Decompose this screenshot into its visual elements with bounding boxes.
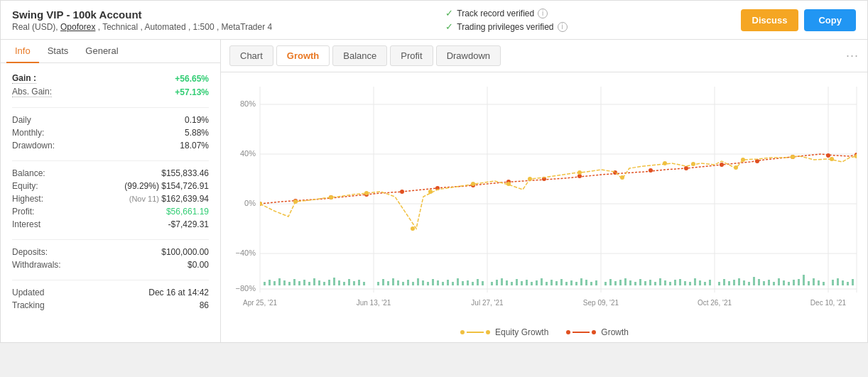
svg-rect-50: [402, 282, 404, 285]
more-options-button[interactable]: ···: [846, 48, 859, 63]
equity-line: [260, 156, 857, 229]
gain-group: Gain : +56.65% Abs. Gain: +57.13%: [12, 72, 209, 99]
growth-dot: [566, 330, 570, 334]
svg-rect-90: [609, 279, 612, 285]
chart-tab-profit[interactable]: Profit: [390, 45, 433, 66]
svg-point-154: [826, 153, 830, 158]
highest-row: Highest: (Nov 11) $162,639.94: [12, 192, 209, 205]
svg-rect-75: [531, 282, 533, 285]
svg-rect-36: [323, 282, 325, 285]
legend-growth-label: Growth: [601, 327, 629, 337]
svg-rect-74: [526, 280, 528, 285]
svg-point-164: [528, 177, 532, 181]
svg-text:Dec 10, '21: Dec 10, '21: [810, 299, 847, 307]
copy-button[interactable]: Copy: [804, 9, 856, 31]
svg-rect-132: [823, 282, 825, 285]
meta-group: Updated Dec 16 at 14:42 Tracking 86: [12, 286, 209, 312]
svg-text:−80%: −80%: [236, 284, 256, 293]
tab-general[interactable]: General: [77, 40, 126, 63]
profit-label: Profit:: [12, 207, 34, 217]
growth-line-sample: [573, 332, 590, 333]
chart-tab-growth[interactable]: Growth: [276, 45, 330, 66]
svg-rect-81: [560, 279, 563, 285]
growth-line: [260, 154, 857, 204]
svg-rect-118: [753, 277, 755, 285]
profit-value: $56,661.19: [166, 207, 209, 217]
svg-rect-80: [555, 281, 558, 285]
broker-link[interactable]: Opoforex: [60, 22, 95, 32]
gain-label: Gain :: [12, 73, 36, 84]
tab-stats[interactable]: Stats: [39, 40, 77, 63]
svg-rect-95: [634, 282, 636, 285]
svg-rect-72: [516, 279, 518, 285]
svg-point-170: [741, 158, 745, 162]
svg-rect-62: [462, 281, 464, 285]
deposits-row: Deposits: $100,000.00: [12, 246, 209, 258]
chart-tab-balance[interactable]: Balance: [332, 45, 387, 66]
withdrawals-value: $0.00: [188, 260, 209, 270]
svg-rect-124: [783, 280, 785, 285]
svg-rect-121: [768, 280, 770, 285]
svg-rect-57: [437, 280, 439, 285]
svg-rect-112: [723, 279, 725, 285]
abs-gain-row: Abs. Gain: +57.13%: [12, 85, 209, 99]
svg-text:−40%: −40%: [236, 248, 256, 257]
stats-panel: Gain : +56.65% Abs. Gain: +57.13% Daily …: [1, 63, 220, 329]
svg-rect-73: [521, 281, 523, 285]
updated-value: Dec 16 at 14:42: [148, 288, 209, 297]
svg-rect-101: [664, 280, 666, 285]
legend-growth: Growth: [565, 327, 629, 337]
svg-point-158: [329, 195, 333, 200]
deposits-group: Deposits: $100,000.00 Withdrawals: $0.00: [12, 246, 209, 271]
account-subtitle: Real (USD), Opoforex , Technical , Autom…: [12, 22, 272, 32]
svg-rect-123: [778, 278, 780, 285]
chart-tab-chart[interactable]: Chart: [229, 45, 273, 66]
chart-area: 80% 40% 0% −40% −80%: [221, 72, 867, 342]
track-record-verified: ✓ Track record verified i: [445, 8, 567, 18]
check-icon-2: ✓: [445, 21, 453, 32]
chart-tab-drawdown[interactable]: Drawdown: [436, 45, 501, 66]
perf-group: Daily 0.19% Monthly: 5.88% Drawdown: 18.…: [12, 114, 209, 152]
highest-label: Highest:: [12, 194, 43, 204]
svg-rect-59: [447, 280, 449, 285]
equity-dots: [258, 154, 859, 231]
track-record-info-icon[interactable]: i: [538, 9, 548, 18]
svg-rect-32: [303, 280, 305, 285]
svg-point-161: [428, 190, 433, 194]
monthly-value: 5.88%: [185, 128, 209, 138]
discuss-button[interactable]: Discuss: [741, 9, 799, 31]
svg-rect-96: [639, 279, 641, 285]
svg-rect-52: [412, 282, 414, 285]
svg-rect-108: [699, 280, 701, 285]
gain-value: +56.65%: [175, 74, 209, 84]
svg-rect-84: [575, 282, 577, 285]
svg-rect-34: [313, 278, 315, 285]
highest-value: (Nov 11) $162,639.94: [129, 194, 209, 204]
tracking-row: Tracking 86: [12, 299, 209, 312]
svg-rect-103: [674, 280, 676, 285]
svg-rect-44: [363, 282, 365, 285]
interest-row: Interest -$7,429.31: [12, 218, 209, 231]
svg-rect-129: [808, 281, 810, 285]
svg-text:Oct 26, '21: Oct 26, '21: [698, 299, 732, 307]
tracking-label: Tracking: [12, 300, 45, 310]
deposits-label: Deposits:: [12, 247, 48, 257]
svg-rect-58: [442, 282, 444, 285]
svg-text:Sep 09, '21: Sep 09, '21: [583, 299, 619, 307]
svg-rect-100: [659, 278, 661, 285]
svg-rect-40: [343, 282, 345, 285]
svg-point-168: [691, 162, 695, 166]
svg-rect-46: [382, 279, 384, 285]
verification-badges: ✓ Track record verified i ✓ Trading priv…: [445, 8, 567, 32]
svg-rect-110: [709, 280, 711, 285]
highest-amount: $162,639.94: [161, 194, 209, 204]
svg-rect-120: [763, 281, 765, 285]
trading-privileges-info-icon[interactable]: i: [558, 22, 568, 32]
svg-point-159: [364, 191, 369, 195]
updated-label: Updated: [12, 288, 44, 297]
svg-rect-125: [788, 282, 790, 285]
tab-info[interactable]: Info: [6, 40, 39, 63]
equity-dot: [460, 330, 465, 334]
svg-rect-43: [358, 280, 360, 285]
svg-point-165: [577, 170, 582, 175]
